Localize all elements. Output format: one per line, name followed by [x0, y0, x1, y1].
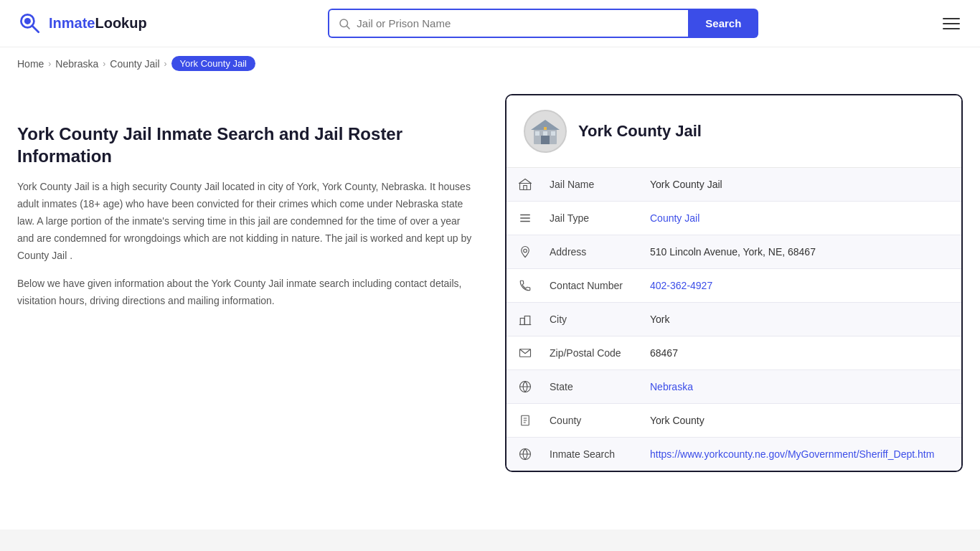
info-icon	[507, 269, 544, 302]
search-area: Search	[328, 9, 758, 38]
info-value[interactable]: County Jail	[644, 202, 961, 234]
info-icon	[507, 168, 544, 201]
info-value-link[interactable]: https://www.yorkcounty.ne.gov/MyGovernme…	[650, 448, 934, 460]
page-description-2: Below we have given information about th…	[17, 276, 476, 310]
info-row: Contact Number 402-362-4927	[507, 269, 961, 303]
info-icon	[507, 202, 544, 235]
facility-building-icon	[528, 114, 562, 149]
breadcrumb-sep-3: ›	[164, 59, 167, 69]
info-row: Jail Name York County Jail	[507, 168, 961, 202]
info-value[interactable]: 402-362-4927	[644, 270, 961, 301]
hamburger-line-3	[943, 28, 960, 29]
info-label: Jail Type	[544, 202, 644, 234]
svg-line-2	[32, 25, 39, 32]
logo-link[interactable]: InmateLookup	[17, 11, 147, 37]
info-rows-container: Jail Name York County Jail Jail Type Cou…	[507, 168, 961, 471]
search-button[interactable]: Search	[688, 9, 758, 38]
left-column: York County Jail Inmate Search and Jail …	[17, 94, 476, 472]
info-value-link[interactable]: 402-362-4927	[650, 280, 712, 291]
info-value-link[interactable]: Nebraska	[650, 381, 693, 392]
breadcrumb-county-jail[interactable]: County Jail	[110, 58, 159, 70]
facility-name: York County Jail	[578, 122, 702, 141]
info-icon	[507, 404, 544, 437]
info-value: York County	[644, 405, 961, 436]
info-value[interactable]: Nebraska	[644, 371, 961, 402]
breadcrumb-home[interactable]: Home	[17, 58, 44, 70]
hamburger-line-1	[943, 18, 960, 19]
info-value-text: York County	[650, 415, 705, 426]
info-value: 68467	[644, 337, 961, 369]
info-label: Inmate Search	[544, 438, 644, 470]
info-value: York County Jail	[644, 169, 961, 200]
svg-line-4	[347, 26, 350, 29]
breadcrumb-nebraska[interactable]: Nebraska	[55, 58, 98, 70]
info-icon	[507, 438, 544, 471]
search-icon	[338, 17, 351, 30]
info-label: Address	[544, 236, 644, 268]
info-value: 510 Lincoln Avenue, York, NE, 68467	[644, 236, 961, 268]
main-content: York County Jail Inmate Search and Jail …	[0, 80, 980, 486]
svg-marker-13	[519, 179, 532, 184]
info-card: York County Jail Jail Name York County J…	[505, 94, 963, 472]
info-value-text: 510 Lincoln Avenue, York, NE, 68467	[650, 246, 816, 258]
info-label: County	[544, 405, 644, 436]
info-icon	[507, 235, 544, 268]
page-description-1: York County Jail is a high security Coun…	[17, 179, 476, 264]
svg-rect-19	[520, 319, 524, 325]
svg-rect-8	[535, 131, 540, 136]
info-row: County York County	[507, 404, 961, 438]
info-value-text: York County Jail	[650, 179, 722, 190]
info-value-link[interactable]: County Jail	[650, 212, 699, 224]
info-value[interactable]: https://www.yorkcounty.ne.gov/MyGovernme…	[644, 438, 961, 470]
menu-button[interactable]	[940, 15, 963, 32]
info-label: Contact Number	[544, 270, 644, 301]
logo-brand-first: Inmate	[49, 15, 95, 31]
info-label: Jail Name	[544, 169, 644, 200]
info-label: State	[544, 371, 644, 402]
svg-rect-7	[541, 136, 550, 144]
svg-rect-9	[551, 131, 555, 136]
info-row: City York	[507, 303, 961, 336]
search-input[interactable]	[357, 10, 679, 37]
svg-point-1	[24, 17, 31, 24]
info-icon	[507, 303, 544, 336]
search-input-wrapper	[328, 9, 688, 38]
info-label: City	[544, 303, 644, 335]
svg-rect-14	[524, 186, 527, 190]
page-title: York County Jail Inmate Search and Jail …	[17, 123, 476, 167]
svg-rect-12	[520, 184, 531, 190]
breadcrumb-current: York County Jail	[171, 56, 255, 71]
info-row: State Nebraska	[507, 370, 961, 404]
logo-icon	[17, 11, 43, 37]
svg-rect-20	[524, 316, 530, 325]
info-row: Inmate Search https://www.yorkcounty.ne.…	[507, 438, 961, 471]
svg-rect-11	[544, 127, 547, 130]
logo-brand-second: Lookup	[95, 15, 146, 31]
info-icon	[507, 336, 544, 369]
info-value: York	[644, 303, 961, 335]
info-label: Zip/Postal Code	[544, 337, 644, 369]
svg-point-18	[524, 249, 527, 253]
header: InmateLookup Search	[0, 0, 980, 47]
facility-avatar	[524, 110, 567, 153]
info-value-text: York	[650, 314, 670, 325]
breadcrumb-sep-2: ›	[103, 59, 105, 69]
svg-point-3	[340, 19, 348, 27]
svg-rect-10	[543, 131, 547, 136]
logo-text: InmateLookup	[49, 15, 147, 32]
breadcrumb: Home › Nebraska › County Jail › York Cou…	[0, 47, 980, 80]
info-value-text: 68467	[650, 347, 678, 359]
hamburger-line-2	[943, 23, 960, 24]
info-row: Zip/Postal Code 68467	[507, 336, 961, 370]
breadcrumb-sep-1: ›	[48, 59, 51, 69]
info-row: Address 510 Lincoln Avenue, York, NE, 68…	[507, 235, 961, 269]
info-card-header: York County Jail	[507, 95, 961, 168]
footer-bar	[0, 529, 980, 551]
info-icon	[507, 370, 544, 403]
info-row: Jail Type County Jail	[507, 202, 961, 235]
right-column: York County Jail Jail Name York County J…	[505, 94, 963, 472]
